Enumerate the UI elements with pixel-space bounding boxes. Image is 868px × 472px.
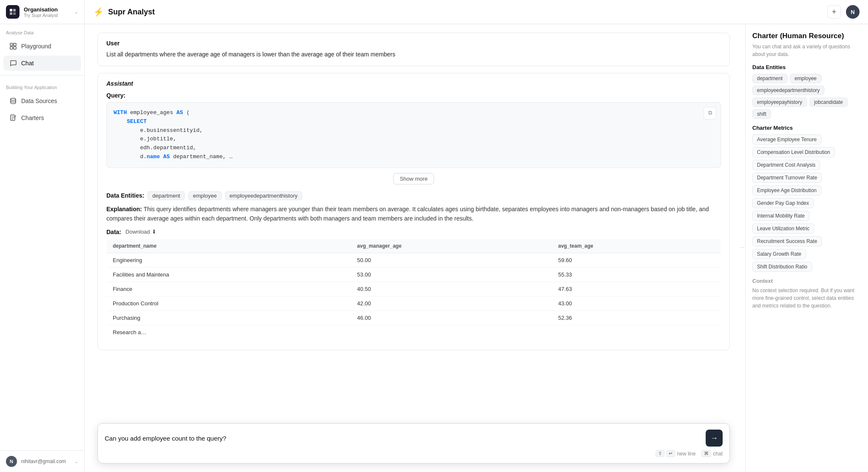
chat-icon	[9, 59, 17, 67]
table-row: Production Control 42.00 43.00	[107, 296, 721, 310]
metric-salary-growth[interactable]: Salary Growth Rate	[752, 249, 806, 259]
cell-team-age: 47.63	[552, 282, 721, 296]
explanation-text: This query identifies departments where …	[106, 206, 709, 222]
data-entities-label: Data Entities:	[106, 192, 144, 199]
cell-dept: Facilities and Maintena	[107, 267, 351, 282]
cell-team-age: 59.60	[552, 253, 721, 267]
sidebar-item-playground-label: Playground	[21, 43, 51, 50]
entity-tag-employeedepthistory: employeedepartmenthistory	[225, 191, 302, 200]
cell-dept: Engineering	[107, 253, 351, 267]
input-area: Can you add employee count to the query?…	[97, 423, 730, 464]
svg-rect-1	[13, 9, 16, 11]
panel-entity-employeepayhistory[interactable]: employeepayhistory	[752, 98, 807, 107]
assistant-label: Assistant	[106, 80, 721, 87]
logo-icon: ⚡	[93, 7, 104, 17]
table-row: Research a…	[107, 325, 721, 339]
right-panel: Charter (Human Resource) You can chat an…	[745, 24, 868, 472]
header-actions: + N	[827, 5, 860, 19]
new-chat-button[interactable]: +	[827, 5, 841, 19]
metric-gender-pay-gap[interactable]: Gender Pay Gap Index	[752, 198, 814, 208]
cell-team-age: 55.33	[552, 267, 721, 282]
code-line-3: e.businessentityid,	[114, 126, 714, 135]
enter-key: ↵	[666, 450, 675, 457]
metric-internal-mobility[interactable]: Internal Mobility Rate	[752, 211, 810, 221]
svg-rect-0	[10, 9, 12, 11]
metrics-row: Average Employee Tenure Compensation Lev…	[752, 134, 861, 272]
shift-key: ⇧	[656, 450, 665, 457]
cell-mgr-age: 53.00	[351, 267, 552, 282]
cell-team-age	[552, 325, 721, 339]
query-label: Query:	[106, 92, 721, 99]
svg-rect-5	[14, 43, 16, 46]
sidebar: Organisation Try Supr Analyst ⌄ Analyse …	[0, 0, 85, 472]
content-area: User List all departments where the aver…	[85, 24, 868, 472]
cell-mgr-age: 42.00	[351, 296, 552, 310]
user-message: User List all departments where the aver…	[97, 33, 730, 66]
code-line-4: e.jobtitle,	[114, 135, 714, 144]
entity-tags-row: department employee employeedepartmenthi…	[752, 74, 861, 119]
col-department-name: department_name	[107, 239, 351, 253]
copy-button[interactable]: ⧉	[704, 107, 716, 120]
org-name: Organisation	[24, 6, 70, 13]
hint-newline: ⇧ ↵ new line	[656, 450, 696, 457]
code-line-5: edh.departmentid,	[114, 144, 714, 153]
send-button[interactable]: →	[706, 430, 723, 447]
metric-dept-turnover[interactable]: Department Turnover Rate	[752, 173, 822, 183]
entity-tag-department: department	[147, 191, 185, 200]
metric-leave-utilization[interactable]: Leave Utilization Metric	[752, 223, 814, 234]
chat-hint-label: chat	[713, 451, 723, 457]
panel-entity-department[interactable]: department	[752, 74, 787, 83]
show-more-button[interactable]: Show more	[393, 173, 434, 184]
explanation-label: Explanation:	[106, 206, 142, 212]
sidebar-item-chat[interactable]: Chat	[3, 56, 81, 71]
input-hints: ⇧ ↵ new line ⌘ chat	[105, 450, 723, 457]
data-section: Data: Download ⬇ department_name avg_man…	[106, 229, 721, 340]
panel-entity-shift[interactable]: shift	[752, 109, 771, 119]
sidebar-item-data-sources[interactable]: Data Sources	[3, 93, 81, 109]
cell-mgr-age: 40.50	[351, 282, 552, 296]
data-label: Data:	[106, 229, 121, 235]
user-avatar[interactable]: N	[846, 5, 860, 19]
code-block: ⧉ WITH employee_ages AS ( SELECT e.busin…	[106, 102, 721, 168]
analyse-section-label: Analyse Data	[0, 24, 84, 38]
code-line-6: d.name AS department_name, …	[114, 153, 714, 162]
panel-entity-employeedepthistory[interactable]: employeedepartmenthistory	[752, 86, 824, 95]
svg-rect-6	[10, 47, 13, 49]
metric-shift-distribution[interactable]: Shift Distribution Ratio	[752, 262, 812, 272]
table-row: Purchasing 46.00 52.36	[107, 310, 721, 325]
svg-rect-3	[13, 12, 16, 15]
assistant-message: Assistant Query: ⧉ WITH employee_ages AS…	[97, 73, 730, 350]
metric-recruitment-success[interactable]: Recruitment Success Rate	[752, 236, 822, 246]
panel-entity-employee[interactable]: employee	[790, 74, 821, 83]
data-sources-icon	[9, 97, 17, 105]
sidebar-item-data-sources-label: Data Sources	[21, 98, 57, 104]
table-row: Engineering 50.00 59.60	[107, 253, 721, 267]
main-area: ⚡ Supr Analyst + N User List all departm…	[85, 0, 868, 472]
hint-chat: ⌘ chat	[701, 450, 723, 457]
cell-dept: Research a…	[107, 325, 351, 339]
sidebar-divider	[0, 75, 84, 75]
download-button[interactable]: Download ⬇	[125, 229, 156, 235]
newline-label: new line	[677, 451, 696, 457]
context-section-label: Context	[752, 278, 861, 284]
user-avatar-small: N	[6, 456, 17, 467]
charters-icon	[9, 114, 17, 122]
metric-avg-employee-tenure[interactable]: Average Employee Tenure	[752, 134, 821, 145]
panel-title: Charter (Human Resource)	[752, 32, 861, 40]
sidebar-item-charters[interactable]: Charters	[3, 110, 81, 126]
metric-dept-cost-analysis[interactable]: Department Cost Analysis	[752, 160, 820, 170]
context-description: No context selection required. But if yo…	[752, 287, 861, 310]
user-chevron-icon: ⌄	[75, 459, 78, 464]
chat-main: User List all departments where the aver…	[85, 24, 743, 472]
chat-input[interactable]: Can you add employee count to the query?	[105, 435, 701, 442]
metric-compensation-level[interactable]: Compensation Level Distribution	[752, 147, 835, 157]
cell-team-age: 43.00	[552, 296, 721, 310]
sidebar-item-playground[interactable]: Playground	[3, 39, 81, 54]
table-row: Facilities and Maintena 53.00 55.33	[107, 267, 721, 282]
user-email: nihitavr@gmail.com	[21, 458, 70, 464]
panel-entity-jobcandidate[interactable]: jobcandidate	[810, 98, 848, 107]
org-switcher[interactable]: Organisation Try Supr Analyst ⌄	[0, 0, 84, 24]
cell-dept: Production Control	[107, 296, 351, 310]
metric-employee-age-dist[interactable]: Employee Age Distribution	[752, 185, 821, 196]
user-profile[interactable]: N nihitavr@gmail.com ⌄	[0, 450, 84, 472]
